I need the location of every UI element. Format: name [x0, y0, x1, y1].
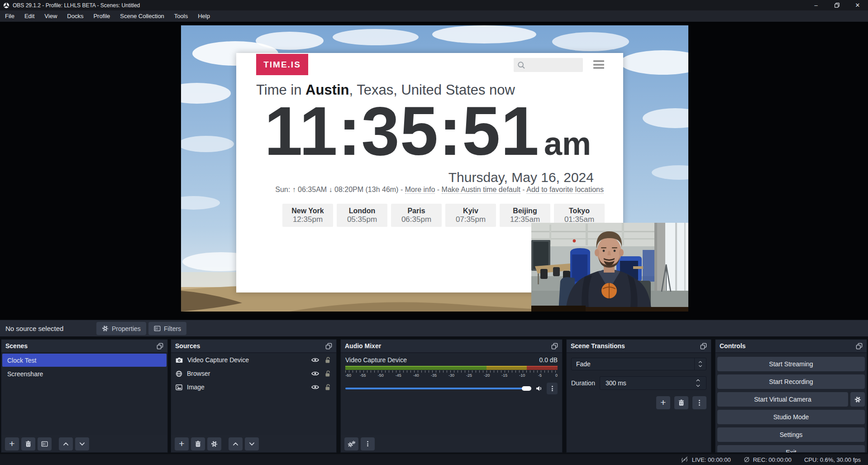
- menu-file[interactable]: File: [0, 10, 19, 22]
- properties-button[interactable]: Properties: [96, 322, 146, 335]
- popout-icon[interactable]: [325, 343, 332, 350]
- popout-icon[interactable]: [856, 343, 863, 350]
- kebab-icon: [367, 440, 368, 447]
- status-bar: LIVE: 00:00:00 REC: 00:00:00 CPU: 0.6%, …: [0, 454, 868, 465]
- trash-icon: [195, 441, 201, 447]
- speaker-icon[interactable]: [535, 385, 543, 392]
- settings-button[interactable]: Settings: [717, 427, 865, 442]
- move-source-down-button[interactable]: [245, 437, 259, 451]
- world-clock-london[interactable]: London05:35pm: [337, 204, 387, 227]
- chevron-up-icon: [696, 379, 701, 382]
- restore-button[interactable]: [826, 0, 847, 10]
- cpu-fps-status: CPU: 0.6%, 30.00 fps: [804, 456, 861, 463]
- sources-panel: Sources Video Capture Device Browser: [171, 339, 337, 453]
- move-source-up-button[interactable]: [229, 437, 243, 451]
- remove-source-button[interactable]: [191, 437, 205, 451]
- meter-tick-marks: [345, 370, 558, 373]
- add-scene-button[interactable]: +: [5, 437, 19, 451]
- popout-icon[interactable]: [551, 343, 558, 350]
- unlock-icon[interactable]: [325, 370, 331, 377]
- world-clock-paris[interactable]: Paris06:35pm: [391, 204, 442, 227]
- audio-mixer-title: Audio Mixer: [345, 342, 381, 350]
- kebab-icon: [552, 385, 553, 392]
- scene-item-clock-test[interactable]: Clock Test: [2, 354, 167, 367]
- preview-canvas[interactable]: TIME.IS Time in Austin, Texas, United St…: [181, 25, 688, 312]
- popout-icon[interactable]: [700, 343, 707, 350]
- start-streaming-button[interactable]: Start Streaming: [717, 357, 865, 371]
- menu-profile[interactable]: Profile: [88, 10, 115, 22]
- source-item-video-capture[interactable]: Video Capture Device: [171, 353, 336, 367]
- popout-icon[interactable]: [157, 343, 163, 350]
- source-item-image[interactable]: Image: [171, 380, 336, 394]
- virtual-camera-config-button[interactable]: [850, 392, 865, 407]
- visibility-eye-icon[interactable]: [311, 357, 319, 363]
- record-inactive-icon: [744, 456, 750, 463]
- close-button[interactable]: ✕: [847, 0, 868, 10]
- volume-slider[interactable]: [345, 388, 531, 389]
- gear-icon: [102, 325, 109, 332]
- mixer-menu-button[interactable]: [361, 437, 375, 451]
- menu-view[interactable]: View: [39, 10, 62, 22]
- menu-tools[interactable]: Tools: [169, 10, 193, 22]
- menu-docks[interactable]: Docks: [62, 10, 88, 22]
- world-clock-kyiv[interactable]: Kyiv07:35pm: [445, 204, 496, 227]
- remove-scene-button[interactable]: [21, 437, 35, 451]
- menu-bar: File Edit View Docks Profile Scene Colle…: [0, 10, 868, 22]
- menu-help[interactable]: Help: [193, 10, 215, 22]
- restore-icon: [834, 2, 840, 8]
- remove-transition-button[interactable]: [674, 396, 688, 409]
- search-input[interactable]: [528, 61, 579, 69]
- start-recording-button[interactable]: Start Recording: [717, 374, 865, 389]
- add-favorite-link[interactable]: Add to favorite locations: [526, 186, 604, 194]
- scenes-panel-title: Scenes: [5, 342, 28, 350]
- exit-button[interactable]: Exit: [717, 445, 865, 452]
- minimize-button[interactable]: –: [806, 0, 826, 10]
- world-clock-newyork[interactable]: New York12:35pm: [282, 204, 333, 227]
- start-virtual-camera-button[interactable]: Start Virtual Camera: [717, 392, 848, 407]
- combo-spin-arrows[interactable]: [694, 358, 706, 370]
- chevron-down-icon: [79, 441, 85, 446]
- search-box[interactable]: [514, 58, 583, 72]
- volume-meter: [345, 366, 558, 370]
- hamburger-menu-icon[interactable]: [593, 60, 604, 69]
- trash-icon: [25, 441, 32, 447]
- menu-scene-collection[interactable]: Scene Collection: [115, 10, 169, 22]
- move-scene-down-button[interactable]: [75, 437, 89, 451]
- scene-item-screenshare[interactable]: Screenshare: [2, 367, 167, 380]
- mixer-channel-menu-button[interactable]: [547, 383, 558, 394]
- make-default-link[interactable]: Make Austin time default: [442, 186, 520, 194]
- unlock-icon[interactable]: [325, 357, 331, 364]
- kebab-icon: [699, 399, 700, 406]
- volume-slider-handle[interactable]: [522, 386, 531, 391]
- advanced-audio-button[interactable]: [344, 437, 358, 451]
- live-status: LIVE: 00:00:00: [680, 456, 731, 463]
- duration-input[interactable]: 300 ms: [600, 376, 706, 390]
- duration-spin-arrows[interactable]: [696, 379, 701, 388]
- source-properties-button[interactable]: [207, 437, 221, 451]
- visibility-eye-icon[interactable]: [311, 384, 319, 390]
- webcam-overlay[interactable]: [531, 223, 688, 312]
- visibility-eye-icon[interactable]: [311, 371, 319, 376]
- dock-area: Scenes Clock Test Screenshare + Sources: [0, 336, 868, 454]
- menu-edit[interactable]: Edit: [19, 10, 39, 22]
- meter-scale: -60 -55 -50 -45 -40 -35 -30 -25 -20 -15 …: [345, 373, 558, 379]
- filters-button[interactable]: Filters: [148, 322, 186, 335]
- window-title: OBS 29.1.2 - Profile: LLHLS BETA - Scene…: [13, 2, 140, 9]
- studio-mode-button[interactable]: Studio Mode: [717, 410, 865, 424]
- add-source-button[interactable]: +: [175, 437, 189, 451]
- source-item-browser[interactable]: Browser: [171, 367, 336, 380]
- chevron-up-icon: [233, 441, 238, 446]
- clock-ampm: am: [544, 125, 591, 162]
- search-icon: [517, 61, 525, 69]
- scene-filters-button[interactable]: [38, 437, 52, 451]
- timeis-logo[interactable]: TIME.IS: [256, 54, 308, 75]
- add-transition-button[interactable]: +: [656, 396, 670, 409]
- transition-menu-button[interactable]: [692, 396, 706, 409]
- more-info-link[interactable]: More info: [405, 186, 435, 194]
- camera-icon: [176, 357, 183, 363]
- transition-select[interactable]: Fade: [571, 358, 706, 370]
- unlock-icon[interactable]: [325, 384, 331, 391]
- stream-inactive-icon: [680, 456, 689, 463]
- sources-panel-title: Sources: [175, 342, 200, 350]
- move-scene-up-button[interactable]: [59, 437, 73, 451]
